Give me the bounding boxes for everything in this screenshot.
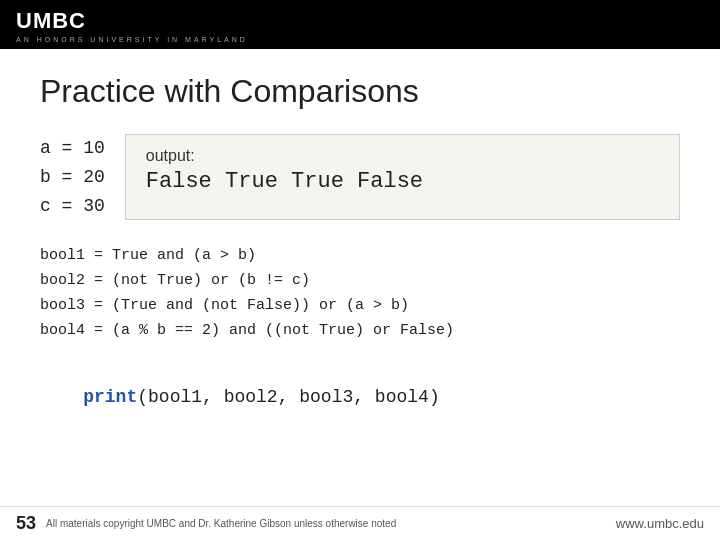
var-a: a = 10	[40, 138, 105, 158]
output-box: output: False True True False	[125, 134, 680, 220]
variables-block: a = 10 b = 20 c = 30	[40, 134, 105, 220]
footer: 53 All materials copyright UMBC and Dr. …	[0, 506, 720, 540]
page-title: Practice with Comparisons	[40, 73, 680, 110]
header-bar: UMBC AN HONORS UNIVERSITY IN MARYLAND	[0, 0, 720, 49]
output-label: output:	[146, 147, 659, 165]
var-c: c = 30	[40, 196, 105, 216]
var-b: b = 20	[40, 167, 105, 187]
print-block: print(bool1, bool2, bool3, bool4)	[40, 367, 680, 427]
umbc-subtitle: AN HONORS UNIVERSITY IN MARYLAND	[16, 36, 704, 43]
print-args: (bool1, bool2, bool3, bool4)	[137, 387, 439, 407]
print-keyword: print	[83, 387, 137, 407]
main-content: Practice with Comparisons a = 10 b = 20 …	[0, 49, 720, 471]
output-value: False True True False	[146, 169, 659, 194]
code-line: bool2 = (not True) or (b != c)	[40, 269, 680, 294]
footer-copyright: All materials copyright UMBC and Dr. Kat…	[46, 518, 396, 529]
slide-number: 53	[16, 513, 36, 534]
code-line: bool1 = True and (a > b)	[40, 244, 680, 269]
code-line: bool3 = (True and (not False)) or (a > b…	[40, 294, 680, 319]
code-block: bool1 = True and (a > b)bool2 = (not Tru…	[40, 244, 680, 343]
umbc-logo: UMBC	[16, 8, 704, 34]
footer-left: 53 All materials copyright UMBC and Dr. …	[16, 513, 396, 534]
top-section: a = 10 b = 20 c = 30 output: False True …	[40, 134, 680, 220]
code-line: bool4 = (a % b == 2) and ((not True) or …	[40, 319, 680, 344]
footer-url: www.umbc.edu	[616, 516, 704, 531]
